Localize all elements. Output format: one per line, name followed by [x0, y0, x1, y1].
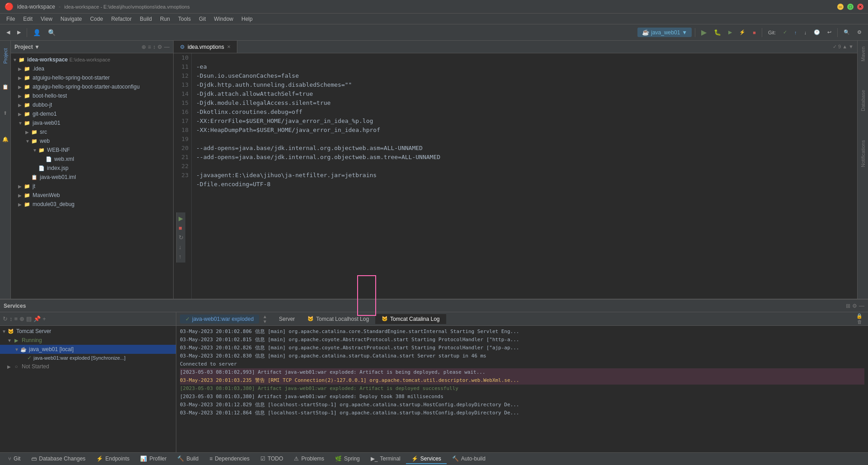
menu-file[interactable]: File: [3, 15, 19, 23]
log-content[interactable]: 03-May-2023 20:01:02.806 信息 [main] org.a…: [176, 326, 868, 452]
tree-item-dubbo[interactable]: ▶ 📁 dubbo-jt: [11, 100, 173, 109]
tree-item-iml[interactable]: 📋 java-web01.iml: [11, 173, 173, 182]
btab-profiler[interactable]: 📊 Profiler: [135, 454, 172, 464]
panel-expand[interactable]: ↕: [153, 44, 156, 50]
tree-item-git[interactable]: ▶ 📁 git-demo1: [11, 109, 173, 118]
stop-button[interactable]: ■: [750, 28, 759, 37]
btab-dependencies[interactable]: ≡ Dependencies: [204, 454, 255, 464]
coverage-button[interactable]: ▶: [726, 28, 735, 37]
menu-edit[interactable]: Edit: [19, 15, 36, 23]
close-icon[interactable]: —: [859, 303, 864, 309]
close-button[interactable]: ✕: [857, 4, 863, 10]
services-tomcat-server[interactable]: ▼ 🐱 Tomcat Server: [0, 327, 176, 336]
btab-git[interactable]: ⑂ Git: [3, 454, 26, 464]
toolbar-settings[interactable]: ⚙: [854, 28, 864, 37]
srv-expand-icon[interactable]: ≡: [14, 315, 18, 322]
tree-item-web[interactable]: ▼ 📁 web: [11, 136, 173, 146]
code-text[interactable]: -ea -Dsun.io.useCanonCaches=false -Djdk.…: [192, 53, 857, 299]
tree-item-webinf[interactable]: ▼ 📁 WEB-INF: [11, 146, 173, 155]
menu-window[interactable]: Window: [210, 15, 237, 23]
srv-collapse-icon[interactable]: ↕: [9, 315, 13, 322]
btab-spring[interactable]: 🌿 Spring: [330, 454, 365, 464]
btab-db-changes[interactable]: 🗃 Database Changes: [26, 454, 91, 464]
srv-filter-icon[interactable]: ⊕: [19, 315, 24, 322]
tree-item-webxml[interactable]: 📄 web.xml: [11, 155, 173, 164]
btab-autobuild[interactable]: 🔨 Auto-build: [447, 454, 491, 464]
toolbar-find[interactable]: 🔍: [841, 28, 853, 37]
artifact-row[interactable]: ✓ java-web01:war exploded: [180, 315, 259, 324]
tree-item-atguigu1[interactable]: ▶ 📁 atguigu-hello-spring-boot-starter: [11, 73, 173, 82]
run-config-selector[interactable]: ☕ java_web01 ▼: [637, 28, 692, 37]
commit-icon[interactable]: 📋: [1, 82, 10, 91]
srv-tab-localhost-log[interactable]: 🐱 Tomcat Localhost Log: [301, 314, 375, 324]
git-pull[interactable]: ↓: [802, 28, 810, 37]
services-running-group[interactable]: ▼ ▶ Running: [0, 336, 176, 345]
services-javaweb01[interactable]: ▼ ☕ java_web01 [local]: [0, 345, 176, 354]
git-update[interactable]: ✓: [780, 28, 790, 37]
menu-git[interactable]: Git: [195, 15, 209, 23]
tree-item-root[interactable]: ▼ 📁 idea-workspace E:\idea-workspace: [11, 55, 173, 64]
log-scroll-lock[interactable]: 🔒: [856, 313, 863, 319]
srv-tab-server[interactable]: Server: [273, 314, 301, 324]
menu-navigate[interactable]: Navigate: [57, 15, 85, 23]
tree-item-src[interactable]: ▶ 📁 src: [11, 127, 173, 136]
toolbar-search[interactable]: 🔍: [45, 28, 58, 38]
menu-run[interactable]: Run: [156, 15, 174, 23]
log-clear[interactable]: 🗑: [857, 319, 862, 324]
tree-item-boot[interactable]: ▶ 📁 boot-hello-test: [11, 91, 173, 100]
btab-todo[interactable]: ☑ TODO: [255, 454, 288, 464]
toolbar-forward[interactable]: ▶: [14, 28, 24, 37]
menu-refactor[interactable]: Refactor: [108, 15, 135, 23]
editor-content[interactable]: 1011121314 1516171819 20212223 -ea -Dsun…: [174, 53, 857, 299]
tree-item-idea[interactable]: ▶ 📁 .idea: [11, 64, 173, 73]
tree-item-module03[interactable]: ▶ 📁 module03_debug: [11, 200, 173, 209]
menu-help[interactable]: Help: [238, 15, 256, 23]
srv-group-icon[interactable]: ▤: [26, 315, 32, 322]
tree-item-atguigu2[interactable]: ▶ 📁 atguigu-hello-spring-boot-starter-au…: [11, 82, 173, 91]
srv-add-icon[interactable]: +: [42, 315, 46, 322]
tab-close-vmoptions[interactable]: ✕: [227, 44, 231, 49]
panel-collapse[interactable]: ≡: [148, 44, 151, 50]
artifact-up-icon[interactable]: ▲: [263, 314, 267, 319]
panel-minimize[interactable]: —: [164, 44, 170, 50]
pull-requests-icon[interactable]: ⬆: [1, 108, 10, 117]
notifications-icon[interactable]: 🔔: [1, 135, 10, 144]
expand-icon[interactable]: ⊞: [846, 303, 850, 309]
settings-icon[interactable]: ⚙: [852, 303, 857, 309]
maven-icon[interactable]: Maven: [860, 42, 866, 65]
editor-tab-vmoptions[interactable]: ⚙ idea.vmoptions ✕: [174, 41, 237, 53]
panel-settings[interactable]: ⚙: [157, 44, 162, 50]
minimize-button[interactable]: ─: [837, 4, 844, 10]
maximize-button[interactable]: □: [847, 4, 854, 10]
services-not-started[interactable]: ▶ ○ Not Started: [0, 362, 176, 371]
artifact-down-icon[interactable]: ▼: [263, 319, 267, 324]
debug-button[interactable]: 🐛: [711, 28, 724, 37]
git-undo[interactable]: ↩: [825, 28, 834, 37]
menu-code[interactable]: Code: [86, 15, 107, 23]
btab-build[interactable]: 🔨 Build: [172, 454, 204, 464]
tree-item-maven[interactable]: ▶ 📁 MavenWeb: [11, 191, 173, 200]
menu-build[interactable]: Build: [136, 15, 156, 23]
btab-services[interactable]: ⚡ Services: [406, 454, 447, 464]
git-push[interactable]: ↑: [792, 28, 800, 37]
toolbar-back[interactable]: ◀: [4, 28, 13, 37]
menu-view[interactable]: View: [37, 15, 56, 23]
services-artifact[interactable]: ✓ java-web01:war exploded [Synchronize..…: [0, 354, 176, 362]
database-icon[interactable]: Database: [860, 87, 866, 114]
toolbar-profile[interactable]: 👤: [30, 28, 43, 38]
git-history[interactable]: 🕐: [811, 28, 823, 37]
srv-pin-icon[interactable]: 📌: [33, 315, 41, 322]
btab-terminal[interactable]: ▶_ Terminal: [365, 454, 406, 464]
run-button[interactable]: ▶: [698, 27, 709, 38]
menu-tools[interactable]: Tools: [175, 15, 194, 23]
profile-run-button[interactable]: ⚡: [736, 28, 748, 37]
btab-problems[interactable]: ⚠ Problems: [288, 454, 330, 464]
window-controls[interactable]: ─ □ ✕: [837, 4, 863, 10]
srv-tab-catalina-log[interactable]: 🐱 Tomcat Catalina Log: [375, 314, 446, 324]
tree-item-jt[interactable]: ▶ 📁 jt: [11, 182, 173, 191]
notifications-right-icon[interactable]: Notifications: [860, 136, 866, 172]
panel-locate[interactable]: ⊕: [142, 44, 146, 50]
project-icon[interactable]: Project: [2, 42, 9, 70]
btab-endpoints[interactable]: ⚡ Endpoints: [91, 454, 135, 464]
srv-refresh-icon[interactable]: ↻: [3, 315, 8, 322]
